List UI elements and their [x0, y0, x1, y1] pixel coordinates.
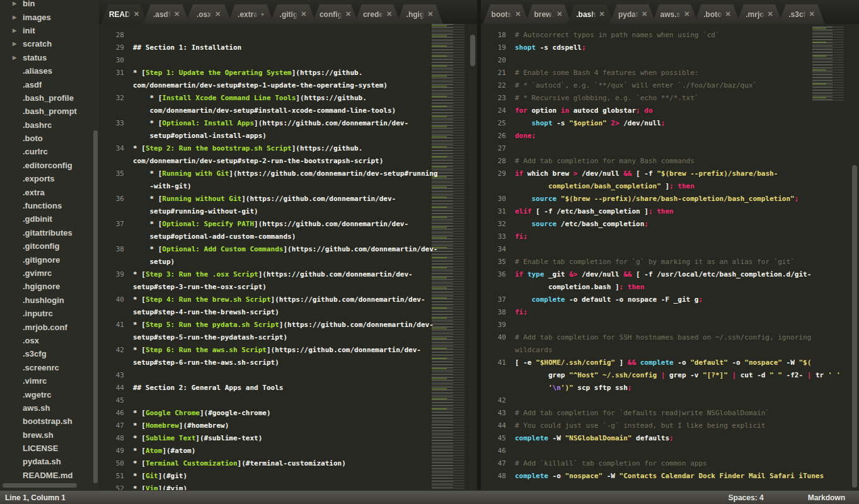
code-text: wildcards [515, 344, 553, 357]
sidebar-item-inputrc[interactable]: .inputrc [0, 307, 99, 320]
close-icon[interactable]: ✕ [642, 11, 647, 18]
sidebar-item-gvimrc[interactable]: .gvimrc [0, 266, 99, 280]
left-editor[interactable]: 2829## Section 1: Installation3031* [Ste… [99, 24, 477, 490]
line-number [99, 231, 124, 243]
tab-boots[interactable]: boots✕ [483, 4, 529, 24]
sidebar-item-screenrc[interactable]: .screenrc [0, 361, 99, 374]
folder-arrow-icon[interactable]: ▶ [13, 28, 23, 33]
sidebar-item-functions[interactable]: .functions [0, 199, 99, 212]
tab-aws-s[interactable]: aws.s✕ [652, 4, 698, 24]
sidebar-item-aws-sh[interactable]: aws.sh [0, 401, 99, 415]
close-icon[interactable]: ✕ [215, 11, 221, 18]
left-minimap[interactable] [429, 24, 468, 490]
sidebar-horizontal-scrollbar[interactable] [3, 483, 77, 488]
tab-extra[interactable]: .extra● [228, 4, 274, 24]
sidebar-item-bash-prompt[interactable]: .bash_prompt [0, 105, 99, 118]
left-pane-scrollbar-thumb[interactable] [470, 35, 475, 66]
right-editor-content[interactable]: 18# Autocorrect typos in path names when… [481, 24, 859, 483]
tab-hgig[interactable]: .hgig✕ [396, 4, 443, 24]
sidebar-item-hgignore[interactable]: .hgignore [0, 280, 99, 293]
sidebar-item-editorconfig[interactable]: .editorconfig [0, 159, 99, 172]
right-minimap[interactable] [811, 26, 850, 102]
sidebar-item-exports[interactable]: .exports [0, 172, 99, 185]
sidebar-item-bash-profile[interactable]: .bash_profile [0, 91, 99, 105]
folder-arrow-icon[interactable]: ▶ [13, 1, 23, 6]
sidebar-item-images[interactable]: ▶images [0, 10, 99, 23]
close-icon[interactable]: ✕ [345, 11, 351, 18]
sidebar-item-vimrc[interactable]: .vimrc [0, 374, 99, 387]
code-text: setup#step-4-run-the-brewsh-script) [133, 306, 279, 319]
sidebar-item-curlrc[interactable]: .curlrc [0, 145, 99, 158]
tab-config[interactable]: config✕ [312, 4, 359, 24]
line-number: 51 [99, 470, 124, 483]
sidebar-item-wgetrc[interactable]: .wgetrc [0, 387, 99, 401]
sidebar-item-init[interactable]: ▶init [0, 24, 99, 37]
sidebar-item-hushlogin[interactable]: .hushlogin [0, 294, 99, 307]
code-text: # Autocorrect typos in path names when u… [515, 29, 720, 42]
dirty-indicator-icon[interactable]: ● [261, 12, 264, 17]
sidebar-item-status[interactable]: ▶status [0, 51, 99, 64]
close-icon[interactable]: ✕ [809, 11, 815, 18]
tab-s3cf[interactable]: .s3cf✕ [778, 4, 825, 24]
folder-arrow-icon[interactable]: ▶ [13, 55, 23, 60]
close-icon[interactable]: ✕ [768, 11, 773, 18]
tab-brew[interactable]: brew.✕ [525, 4, 572, 24]
sidebar-item-extra[interactable]: .extra [0, 185, 99, 198]
close-icon[interactable]: ✕ [301, 11, 306, 18]
sidebar-item-s3cfg[interactable]: .s3cfg [0, 347, 99, 360]
right-pane-scrollbar-thumb[interactable] [852, 165, 857, 488]
right-editor[interactable]: 18# Autocorrect typos in path names when… [481, 24, 859, 490]
sidebar-vertical-scrollbar[interactable] [93, 130, 98, 483]
sidebar-item-license[interactable]: LICENSE [0, 442, 99, 455]
sidebar-item-asdf[interactable]: .asdf [0, 77, 99, 91]
tab-read[interactable]: READ✕ [101, 4, 147, 24]
tab-asdf[interactable]: .asdf✕ [143, 4, 190, 24]
sidebar-item-gitignore[interactable]: .gitignore [0, 253, 99, 266]
sidebar-item-boto[interactable]: .boto [0, 132, 99, 145]
sidebar-item-readme-md[interactable]: README.md [0, 469, 99, 482]
tab-bash[interactable]: .bash✕ [567, 4, 614, 24]
tab-mrjo[interactable]: .mrjo✕ [736, 4, 783, 24]
code-text: * [Terminal Customization](#terminal-cus… [133, 457, 346, 470]
tab-osx[interactable]: .osx✕ [185, 4, 232, 24]
sidebar-item-osx[interactable]: .osx [0, 334, 99, 347]
folder-arrow-icon[interactable]: ▶ [13, 14, 23, 20]
code-line: 35* [Running with Git](https://github.co… [99, 168, 477, 180]
close-icon[interactable]: ✕ [725, 11, 731, 18]
sidebar-item-gitattributes[interactable]: .gitattributes [0, 226, 99, 239]
code-line: 19shopt -s cdspell; [481, 42, 859, 54]
close-icon[interactable]: ✕ [556, 11, 562, 18]
left-editor-content[interactable]: 2829## Section 1: Installation3031* [Ste… [99, 24, 477, 490]
close-icon[interactable]: ✕ [515, 11, 521, 18]
sidebar-item-bin[interactable]: ▶bin [0, 0, 99, 10]
close-icon[interactable]: ✕ [386, 11, 392, 18]
line-number [99, 105, 124, 117]
close-icon[interactable]: ✕ [427, 11, 433, 18]
tab-crede[interactable]: crede✕ [354, 4, 401, 24]
sidebar-item-brew-sh[interactable]: brew.sh [0, 428, 99, 442]
syntax-mode[interactable]: Markdown [808, 493, 845, 502]
sidebar-item-gdbinit[interactable]: .gdbinit [0, 212, 99, 226]
sidebar-item-pydata-sh[interactable]: pydata.sh [0, 455, 99, 468]
sidebar-item-aliases[interactable]: .aliases [0, 64, 99, 77]
close-icon[interactable]: ✕ [174, 11, 180, 18]
close-icon[interactable]: ✕ [134, 11, 139, 18]
sidebar-item-scratch[interactable]: ▶scratch [0, 37, 99, 50]
sidebar-item-mrjob-conf[interactable]: .mrjob.conf [0, 320, 99, 333]
sidebar-item-bootstrap-sh[interactable]: bootstrap.sh [0, 415, 99, 428]
tab-boto[interactable]: .boto✕ [694, 4, 741, 24]
line-number [99, 180, 124, 193]
sidebar-item-bashrc[interactable]: .bashrc [0, 118, 99, 132]
close-icon[interactable]: ✕ [599, 11, 605, 18]
indent-setting[interactable]: Spaces: 4 [729, 493, 764, 502]
code-line: 42 [481, 394, 859, 407]
line-number: 34 [481, 243, 506, 256]
tab-pydat[interactable]: pydat✕ [609, 4, 656, 24]
sidebar-item-gitconfig[interactable]: .gitconfig [0, 239, 99, 253]
close-icon[interactable]: ✕ [684, 11, 689, 18]
tab-label: .hgig [406, 10, 425, 19]
folder-arrow-icon[interactable]: ▶ [13, 41, 23, 47]
line-number: 36 [481, 268, 506, 281]
code-text: * [Homebrew](#homebrew) [133, 420, 229, 432]
tab-gitig[interactable]: .gitig✕ [270, 4, 316, 24]
